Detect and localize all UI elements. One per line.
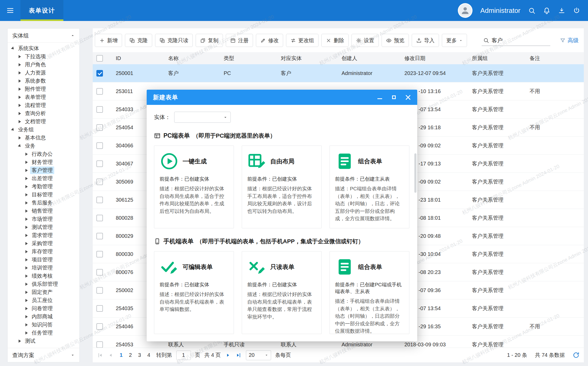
caret-up-icon[interactable]: [71, 34, 75, 37]
next-page-button[interactable]: [225, 352, 231, 358]
row-checkbox[interactable]: [96, 179, 103, 185]
row-checkbox[interactable]: [96, 305, 103, 312]
hamburger-menu-icon[interactable]: [6, 7, 14, 14]
caret-collapsed-icon[interactable]: [19, 55, 21, 58]
minimize-button[interactable]: [377, 94, 383, 100]
caret-collapsed-icon[interactable]: [19, 63, 21, 66]
row-checkbox[interactable]: [96, 142, 103, 149]
tree-item[interactable]: 绩效考核: [8, 272, 79, 280]
tree-item[interactable]: 培训管理: [8, 264, 79, 272]
caret-collapsed-icon[interactable]: [25, 315, 28, 318]
search-box[interactable]: [482, 35, 550, 46]
card-one-click-generate[interactable]: 一键生成前提条件：已创建实体描述：根据已经设计好的实体自动布局生成表单，适合于控…: [154, 146, 234, 228]
caret-collapsed-icon[interactable]: [25, 242, 28, 245]
select-all-checkbox[interactable]: [96, 55, 103, 62]
goto-page-input[interactable]: [176, 351, 191, 360]
tree-item[interactable]: 考勤管理: [8, 182, 79, 191]
row-checkbox[interactable]: [96, 287, 103, 294]
toolbar-button-preview[interactable]: 预览: [382, 34, 409, 47]
caret-collapsed-icon[interactable]: [25, 177, 28, 180]
caret-collapsed-icon[interactable]: [25, 291, 28, 294]
tree-item[interactable]: 需求管理: [8, 231, 79, 239]
sidebar-footer-query-plan[interactable]: 查询方案: [8, 348, 79, 362]
close-button[interactable]: [405, 94, 411, 100]
caret-collapsed-icon[interactable]: [19, 340, 21, 343]
page-button-3[interactable]: 3: [136, 352, 143, 358]
caret-collapsed-icon[interactable]: [25, 161, 28, 164]
caret-collapsed-icon[interactable]: [25, 201, 28, 204]
caret-collapsed-icon[interactable]: [19, 88, 21, 91]
tree-item[interactable]: 文档管理: [8, 117, 79, 126]
caret-collapsed-icon[interactable]: [25, 185, 28, 188]
page-size-select[interactable]: 20: [246, 350, 271, 360]
caret-collapsed-icon[interactable]: [25, 209, 28, 213]
toolbar-button-delete[interactable]: 删除: [321, 34, 349, 47]
row-checkbox[interactable]: [96, 160, 103, 167]
tab-form-design[interactable]: 表单设计: [20, 0, 63, 21]
tree-item[interactable]: 财务管理: [8, 158, 79, 166]
toolbar-button-clone-readonly[interactable]: 克隆只读: [155, 34, 193, 47]
caret-collapsed-icon[interactable]: [25, 266, 28, 270]
tree-item[interactable]: 流程管理: [8, 101, 79, 109]
refresh-button[interactable]: [573, 352, 580, 359]
tree-item[interactable]: 人力资源: [8, 69, 79, 77]
tree-item[interactable]: 问卷管理: [8, 304, 79, 313]
modal-header[interactable]: 新建表单: [147, 90, 417, 105]
caret-collapsed-icon[interactable]: [25, 250, 28, 253]
column-header-2[interactable]: 名称: [164, 52, 219, 64]
row-checkbox[interactable]: [96, 88, 103, 95]
tree-item[interactable]: 测试: [8, 337, 79, 345]
tree-item[interactable]: 项目管理: [8, 256, 79, 264]
download-icon[interactable]: [558, 7, 565, 14]
tree-item[interactable]: 表单管理: [8, 93, 79, 101]
avatar[interactable]: [458, 3, 472, 18]
tree-item[interactable]: 市场管理: [8, 215, 79, 223]
row-checkbox[interactable]: [96, 215, 103, 221]
bell-icon[interactable]: [543, 7, 550, 14]
card-editable-form[interactable]: 可编辑表单前提条件：已创建实体描述：根据已经设计好的实体自动布局生成手机端表单，…: [154, 251, 234, 334]
tree-item[interactable]: 出差管理: [8, 174, 79, 182]
tree-item[interactable]: 查询分析: [8, 109, 79, 117]
column-header-8[interactable]: 备注: [525, 52, 582, 64]
toolbar-button-import[interactable]: 导入: [412, 34, 439, 47]
tree-item[interactable]: 任务管理: [8, 329, 79, 337]
caret-down-icon[interactable]: [71, 353, 75, 357]
row-checkbox[interactable]: [96, 70, 103, 77]
row-checkbox[interactable]: [96, 124, 103, 131]
first-page-button[interactable]: [97, 352, 103, 358]
tree-item[interactable]: 基本信息: [8, 134, 79, 142]
card-combined-form-mobile[interactable]: 组合表单前提条件：已创建PC端或手机端表单、主从表描述：手机端组合表单由详情（表…: [329, 251, 409, 334]
caret-collapsed-icon[interactable]: [25, 283, 28, 286]
toolbar-button-edit[interactable]: 修改: [256, 34, 283, 47]
tree-item[interactable]: 附件管理: [8, 85, 79, 93]
column-header-3[interactable]: 类型: [219, 52, 277, 64]
prev-page-button[interactable]: [107, 352, 114, 358]
last-page-button[interactable]: [235, 352, 242, 358]
caret-collapsed-icon[interactable]: [19, 96, 21, 99]
caret-collapsed-icon[interactable]: [19, 71, 21, 74]
toolbar-button-clone[interactable]: 克隆: [125, 34, 152, 47]
caret-expanded-icon[interactable]: [18, 144, 22, 148]
caret-collapsed-icon[interactable]: [25, 331, 28, 335]
tree-item[interactable]: 员工座位: [8, 296, 79, 304]
search-input[interactable]: [492, 37, 544, 44]
tree-item[interactable]: 库存管理: [8, 247, 79, 256]
advanced-filter-button[interactable]: 高级: [560, 37, 579, 44]
caret-collapsed-icon[interactable]: [25, 299, 28, 302]
toolbar-button-settings[interactable]: 设置: [351, 34, 379, 47]
caret-collapsed-icon[interactable]: [25, 234, 28, 237]
search-icon[interactable]: [528, 7, 535, 14]
tree-item[interactable]: 业务: [8, 142, 79, 150]
row-checkbox[interactable]: [96, 323, 103, 330]
tree-item[interactable]: 客户管理: [8, 166, 79, 174]
tree-item[interactable]: 行政办公: [8, 150, 79, 158]
caret-collapsed-icon[interactable]: [25, 274, 28, 278]
tree-item[interactable]: 测试管理: [8, 223, 79, 231]
row-checkbox[interactable]: [96, 197, 103, 203]
toolbar-button-change-group[interactable]: 更改组: [286, 34, 318, 47]
toolbar-button-register[interactable]: 注册: [226, 34, 253, 47]
tree-item[interactable]: 知识问答: [8, 321, 79, 329]
column-header-7[interactable]: 所属组: [468, 52, 525, 64]
card-readonly-form[interactable]: 只读表单前提条件：已创建实体描述：根据已经设计好的实体自动布局生成手机端表单，表…: [242, 251, 322, 334]
caret-collapsed-icon[interactable]: [25, 169, 28, 172]
